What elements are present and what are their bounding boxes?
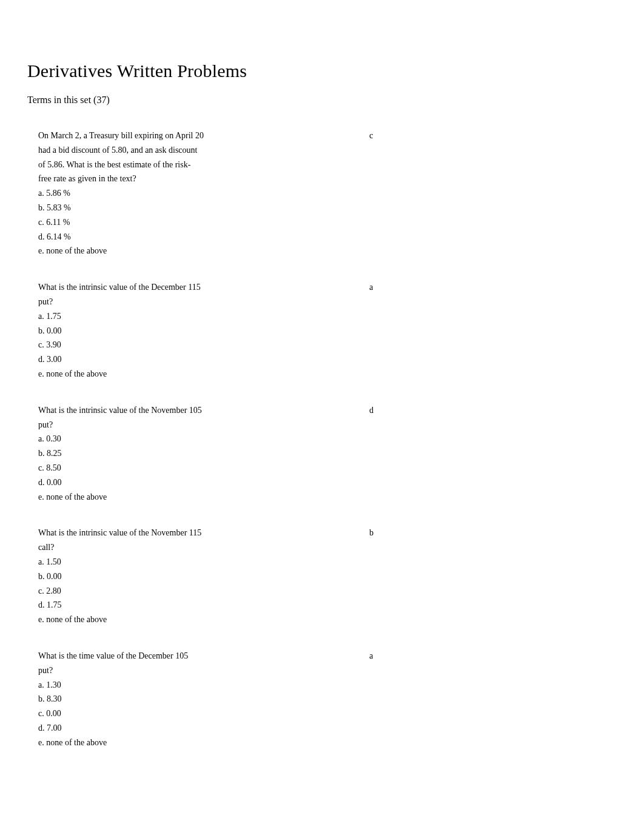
term-line: e. none of the above: [38, 244, 357, 258]
term-line: c. 3.90: [38, 338, 357, 352]
card-answer: b: [369, 526, 374, 627]
card-item: What is the intrinsic value of the Novem…: [38, 526, 617, 627]
term-line: What is the intrinsic value of the Novem…: [38, 403, 357, 418]
card-item: What is the intrinsic value of the Novem…: [38, 403, 617, 505]
card-answer: c: [369, 129, 373, 258]
card-term: What is the time value of the December 1…: [38, 649, 369, 750]
term-line: d. 6.14 %: [38, 230, 357, 244]
card-answer: d: [369, 403, 374, 505]
term-line: put?: [38, 418, 357, 432]
term-line: b. 0.00: [38, 569, 357, 584]
card-item: What is the intrinsic value of the Decem…: [38, 280, 617, 381]
term-line: had a bid discount of 5.80, and an ask d…: [38, 143, 357, 158]
page-title: Derivatives Written Problems: [27, 61, 617, 81]
term-line: call?: [38, 540, 357, 555]
card-answer: a: [369, 280, 373, 381]
card-answer: a: [369, 649, 373, 750]
card-list: On March 2, a Treasury bill expiring on …: [27, 129, 617, 749]
term-line: put?: [38, 295, 357, 309]
term-line: a. 1.30: [38, 678, 357, 692]
term-line: put?: [38, 663, 357, 678]
term-line: c. 2.80: [38, 584, 357, 599]
term-line: b. 5.83 %: [38, 201, 357, 215]
term-line: d. 7.00: [38, 721, 357, 736]
term-line: e. none of the above: [38, 612, 357, 627]
term-line: c. 8.50: [38, 461, 357, 475]
card-term: On March 2, a Treasury bill expiring on …: [38, 129, 369, 258]
term-line: c. 0.00: [38, 706, 357, 721]
term-line: d. 3.00: [38, 352, 357, 367]
card-term: What is the intrinsic value of the Decem…: [38, 280, 369, 381]
term-line: d. 1.75: [38, 598, 357, 612]
set-count-subtitle: Terms in this set (37): [27, 95, 617, 106]
term-line: b. 0.00: [38, 324, 357, 338]
term-line: b. 8.25: [38, 446, 357, 461]
card-item: What is the time value of the December 1…: [38, 649, 617, 750]
term-line: b. 8.30: [38, 692, 357, 706]
term-line: What is the intrinsic value of the Decem…: [38, 280, 357, 295]
term-line: What is the intrinsic value of the Novem…: [38, 526, 357, 540]
term-line: a. 0.30: [38, 432, 357, 446]
term-line: e. none of the above: [38, 367, 357, 381]
card-term: What is the intrinsic value of the Novem…: [38, 403, 369, 505]
term-line: c. 6.11 %: [38, 215, 357, 230]
term-line: What is the time value of the December 1…: [38, 649, 357, 663]
card-item: On March 2, a Treasury bill expiring on …: [38, 129, 617, 258]
card-term: What is the intrinsic value of the Novem…: [38, 526, 369, 627]
term-line: e. none of the above: [38, 736, 357, 750]
term-line: a. 5.86 %: [38, 186, 357, 201]
term-line: of 5.86. What is the best estimate of th…: [38, 158, 357, 172]
term-line: free rate as given in the text?: [38, 172, 357, 186]
term-line: d. 0.00: [38, 475, 357, 490]
term-line: a. 1.75: [38, 309, 357, 324]
term-line: On March 2, a Treasury bill expiring on …: [38, 129, 357, 143]
term-line: a. 1.50: [38, 555, 357, 569]
term-line: e. none of the above: [38, 490, 357, 505]
